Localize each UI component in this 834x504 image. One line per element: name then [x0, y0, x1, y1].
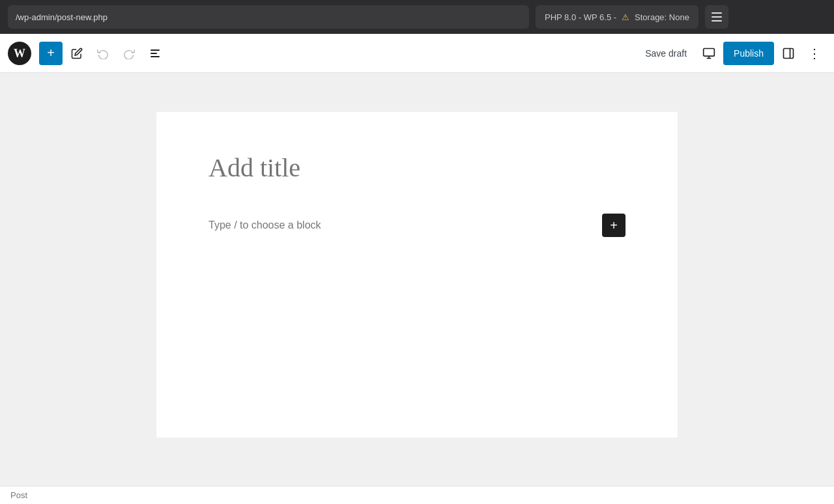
browser-bar: PHP 8.0 - WP 6.5 - ⚠ Storage: None	[0, 0, 834, 34]
wp-logo[interactable]: W	[8, 42, 31, 65]
browser-menu-button[interactable]	[705, 5, 728, 29]
post-type-label: Post	[10, 490, 27, 500]
svg-text:W: W	[14, 47, 25, 60]
wp-editor: W +	[0, 34, 834, 504]
sidebar-toggle-icon	[782, 47, 795, 60]
list-view-button[interactable]	[143, 42, 167, 65]
warning-icon: ⚠	[622, 12, 629, 22]
storage-status: Storage: None	[635, 12, 689, 22]
inline-add-block-button[interactable]: +	[602, 214, 626, 237]
wp-toolbar: W +	[0, 34, 834, 73]
status-bar: Post	[0, 486, 834, 504]
inline-add-icon: +	[610, 218, 618, 233]
preview-button[interactable]	[697, 42, 721, 65]
tools-button[interactable]	[65, 42, 89, 65]
sidebar-toggle-button[interactable]	[777, 42, 800, 65]
save-draft-button[interactable]: Save draft	[637, 44, 695, 63]
editor-content: Add title Type / to choose a block +	[0, 73, 834, 486]
redo-button[interactable]	[117, 42, 141, 65]
undo-button[interactable]	[91, 42, 115, 65]
pencil-icon	[71, 48, 83, 59]
publish-button[interactable]: Publish	[723, 42, 774, 65]
wp-status-bar: PHP 8.0 - WP 6.5 - ⚠ Storage: None	[536, 5, 698, 29]
more-options-button[interactable]: ⋮	[803, 42, 826, 65]
php-wp-version: PHP 8.0 - WP 6.5 -	[545, 12, 616, 22]
url-bar[interactable]	[8, 5, 529, 29]
redo-icon	[123, 48, 135, 59]
more-options-icon: ⋮	[808, 46, 821, 61]
svg-rect-2	[704, 48, 715, 56]
svg-rect-5	[784, 48, 794, 58]
block-placeholder-text: Type / to choose a block	[208, 219, 321, 231]
undo-icon	[97, 48, 109, 59]
add-block-button[interactable]: +	[39, 42, 63, 65]
editor-canvas: Add title Type / to choose a block +	[156, 112, 678, 438]
block-placeholder: Type / to choose a block +	[208, 211, 626, 240]
list-view-icon	[148, 47, 162, 60]
post-title-field[interactable]: Add title	[208, 151, 626, 185]
preview-icon	[702, 47, 715, 60]
